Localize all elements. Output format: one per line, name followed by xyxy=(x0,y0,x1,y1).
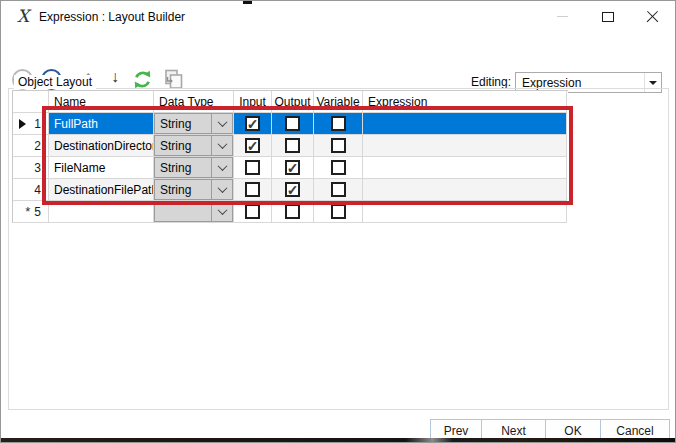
column-header-output[interactable]: Output xyxy=(272,91,314,113)
column-header-expression[interactable]: Expression xyxy=(363,91,567,113)
cell-datatype-3[interactable]: String xyxy=(154,157,234,179)
chevron-down-icon xyxy=(217,117,227,127)
move-down-button[interactable]: ↓ xyxy=(111,68,119,86)
cell-variable-3[interactable] xyxy=(314,157,363,179)
current-row-icon xyxy=(19,119,26,129)
datatype-combobox[interactable] xyxy=(154,201,233,222)
output-checkbox[interactable]: ✓ xyxy=(285,182,300,197)
output-checkbox[interactable] xyxy=(285,116,300,131)
cell-variable-5[interactable] xyxy=(314,201,363,223)
output-checkbox[interactable] xyxy=(285,138,300,153)
cell-expression-4[interactable] xyxy=(363,179,567,201)
combo-dropdown-button[interactable] xyxy=(211,202,232,221)
output-checkbox[interactable]: ✓ xyxy=(285,160,300,175)
cell-output-3[interactable]: ✓ xyxy=(272,157,314,179)
input-checkbox[interactable]: ✓ xyxy=(245,116,260,131)
cell-expression-5[interactable] xyxy=(363,201,567,223)
row-header-2[interactable]: 2 xyxy=(13,135,49,157)
down-arrow-icon: ↓ xyxy=(111,68,119,85)
minimize-button[interactable] xyxy=(540,1,585,32)
variable-checkbox[interactable] xyxy=(331,116,346,131)
chevron-down-icon xyxy=(217,183,227,193)
cell-datatype-5[interactable] xyxy=(154,201,234,223)
copy-layout-icon xyxy=(162,68,184,90)
new-row-icon: * xyxy=(25,204,30,219)
cell-name-3[interactable]: FileName xyxy=(49,157,154,179)
object-layout-label: Object Layout xyxy=(14,75,96,89)
row-header-1[interactable]: 1 xyxy=(13,113,49,135)
cell-input-5[interactable] xyxy=(234,201,272,223)
chevron-down-icon xyxy=(649,81,657,85)
cell-input-2[interactable]: ✓ xyxy=(234,135,272,157)
datatype-combobox[interactable]: String xyxy=(154,157,233,178)
dialog-window: X Expression : Layout Builder ← → ↑ ↓ xyxy=(0,0,676,443)
minimize-icon xyxy=(557,16,568,17)
cell-variable-1[interactable] xyxy=(314,113,363,135)
app-icon: X xyxy=(13,6,33,26)
cell-name-2[interactable]: DestinationDirectory xyxy=(49,135,154,157)
background-strip xyxy=(1,438,675,442)
cell-input-3[interactable] xyxy=(234,157,272,179)
datatype-combobox[interactable]: String xyxy=(154,179,233,200)
layout-grid: Name Data Type Input Output Variable Exp… xyxy=(12,90,568,223)
combo-dropdown-button[interactable] xyxy=(211,136,232,155)
input-checkbox[interactable] xyxy=(245,160,260,175)
cell-name-5[interactable] xyxy=(49,201,154,223)
input-checkbox[interactable]: ✓ xyxy=(245,138,260,153)
editing-label: Editing: xyxy=(459,75,511,89)
variable-checkbox[interactable] xyxy=(331,182,346,197)
variable-checkbox[interactable] xyxy=(331,160,346,175)
output-checkbox[interactable] xyxy=(285,204,300,219)
cell-datatype-2[interactable]: String xyxy=(154,135,234,157)
cell-output-5[interactable] xyxy=(272,201,314,223)
close-icon xyxy=(646,10,659,23)
title-bar: X Expression : Layout Builder xyxy=(1,1,675,32)
cell-output-1[interactable] xyxy=(272,113,314,135)
column-header-input[interactable]: Input xyxy=(234,91,272,113)
cell-datatype-1[interactable]: String xyxy=(154,113,234,135)
cell-datatype-4[interactable]: String xyxy=(154,179,234,201)
maximize-icon xyxy=(602,12,614,22)
cell-variable-2[interactable] xyxy=(314,135,363,157)
refresh-icon xyxy=(132,69,153,90)
grid-corner-header[interactable] xyxy=(13,91,49,113)
cell-name-1[interactable]: FullPath xyxy=(49,113,154,135)
column-header-data-type[interactable]: Data Type xyxy=(154,91,234,113)
cell-expression-2[interactable] xyxy=(363,135,567,157)
datatype-combobox[interactable]: String xyxy=(154,135,233,156)
chevron-down-icon xyxy=(217,161,227,171)
cell-variable-4[interactable] xyxy=(314,179,363,201)
chevron-down-icon xyxy=(217,205,227,215)
chevron-down-icon xyxy=(217,139,227,149)
datatype-combobox[interactable]: String xyxy=(154,113,233,134)
row-header-5[interactable]: *5 xyxy=(13,201,49,223)
variable-checkbox[interactable] xyxy=(331,138,346,153)
cursor-artifact xyxy=(243,1,252,4)
cell-input-4[interactable] xyxy=(234,179,272,201)
toolbar: ← → ↑ ↓ Editing: Expression xyxy=(1,32,675,72)
cell-output-4[interactable]: ✓ xyxy=(272,179,314,201)
combo-dropdown-button[interactable] xyxy=(211,158,232,177)
cell-name-4[interactable]: DestinationFilePath xyxy=(49,179,154,201)
combo-dropdown-button[interactable] xyxy=(211,180,232,199)
cell-input-1[interactable]: ✓ xyxy=(234,113,272,135)
cell-output-2[interactable] xyxy=(272,135,314,157)
row-header-4[interactable]: 4 xyxy=(13,179,49,201)
input-checkbox[interactable] xyxy=(245,182,260,197)
close-button[interactable] xyxy=(630,1,675,32)
window-title: Expression : Layout Builder xyxy=(39,10,185,24)
column-header-variable[interactable]: Variable xyxy=(314,91,363,113)
cell-expression-1[interactable] xyxy=(363,113,567,135)
cell-expression-3[interactable] xyxy=(363,157,567,179)
input-checkbox[interactable] xyxy=(245,204,260,219)
row-header-3[interactable]: 3 xyxy=(13,157,49,179)
combo-dropdown-button[interactable] xyxy=(211,114,232,133)
column-header-name[interactable]: Name xyxy=(49,91,154,113)
maximize-button[interactable] xyxy=(585,1,630,32)
variable-checkbox[interactable] xyxy=(331,204,346,219)
